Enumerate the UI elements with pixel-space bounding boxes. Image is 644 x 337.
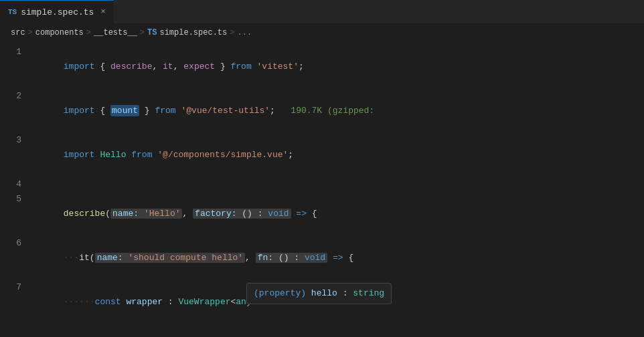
line-content-1: import { describe, it, expect } from 'vi… — [32, 45, 644, 89]
line-number-7: 7 — [0, 280, 32, 295]
tab-simple-spec[interactable]: TS simple.spec.ts × — [0, 0, 114, 23]
tooltip-keyword: (property) — [254, 288, 306, 298]
close-icon[interactable]: × — [100, 7, 105, 17]
line-4: 4 — [0, 177, 644, 192]
line-2: 2 import { mount } from '@vue/test-utils… — [0, 89, 644, 133]
tooltip-type: string — [353, 288, 384, 298]
line-3: 3 import Hello from '@/components/simple… — [0, 133, 644, 177]
sep2: > — [86, 28, 91, 37]
tab-bar: TS simple.spec.ts × — [0, 0, 644, 23]
sep3: > — [140, 28, 145, 37]
crumb-tests[interactable]: __tests__ — [94, 28, 137, 37]
line-1: 1 import { describe, it, expect } from '… — [0, 45, 644, 89]
sep1: > — [28, 28, 33, 37]
crumb-src[interactable]: src — [11, 28, 25, 37]
ts-badge: TS — [8, 8, 17, 16]
line-content-3: import Hello from '@/components/simple.v… — [32, 133, 644, 177]
line-number-4: 4 — [0, 177, 32, 192]
mount-highlight: mount — [110, 105, 139, 116]
line-content-6: ···it(name: 'should compute hello', fn: … — [32, 236, 644, 280]
kw-import: import — [64, 62, 95, 72]
line-number-6: 6 — [0, 236, 32, 251]
line-number-1: 1 — [0, 45, 32, 60]
line-content-7: ······const wrapper : VueWrapper<any (pr… — [32, 280, 644, 337]
line-content-2: import { mount } from '@vue/test-utils';… — [32, 89, 644, 133]
line-number-3: 3 — [0, 133, 32, 148]
crumb-components[interactable]: components — [35, 28, 84, 37]
tooltip-var: hello — [311, 288, 337, 298]
crumb-file[interactable]: simple.spec.ts — [159, 28, 227, 37]
breadcrumb: src > components > __tests__ > TS simple… — [0, 23, 644, 42]
editor: 1 import { describe, it, expect } from '… — [0, 42, 644, 337]
crumb-ellipsis: ... — [237, 28, 252, 37]
line-content-5: describe(name: 'Hello', factory: () : vo… — [32, 192, 644, 236]
sep4: > — [230, 28, 234, 37]
tooltip: (property) hello : string — [246, 283, 392, 304]
line-6: 6 ···it(name: 'should compute hello', fn… — [0, 236, 644, 280]
line-5: 5 describe(name: 'Hello', factory: () : … — [0, 192, 644, 236]
line-7: 7 ······const wrapper : VueWrapper<any (… — [0, 280, 644, 337]
crumb-ts-badge: TS — [147, 28, 157, 37]
tab-filename: simple.spec.ts — [21, 7, 94, 17]
line-content-4 — [32, 177, 644, 192]
line-number-2: 2 — [0, 89, 32, 104]
tooltip-colon: : — [343, 288, 348, 298]
line-number-5: 5 — [0, 192, 32, 207]
